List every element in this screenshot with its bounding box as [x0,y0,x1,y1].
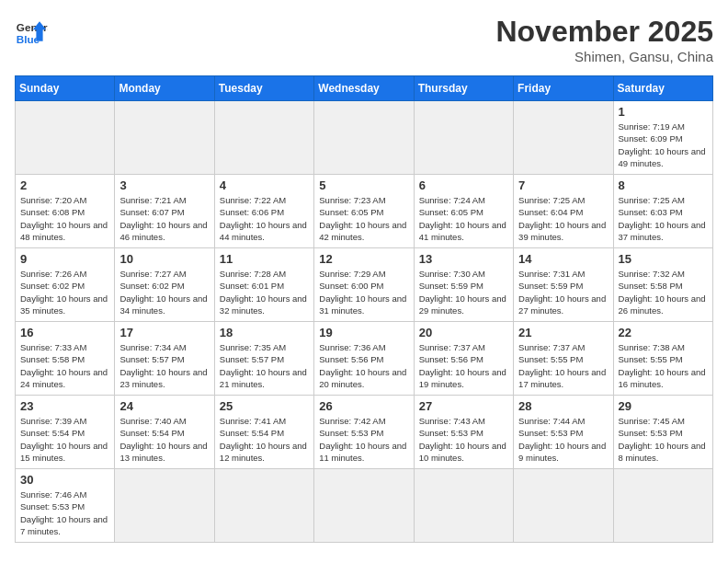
calendar-cell [214,101,313,175]
day-info: Sunrise: 7:46 AM Sunset: 5:53 PM Dayligh… [20,488,109,537]
calendar-cell: 29Sunrise: 7:45 AM Sunset: 5:53 PM Dayli… [613,396,712,469]
day-info: Sunrise: 7:39 AM Sunset: 5:54 PM Dayligh… [20,415,109,464]
day-number: 6 [419,178,508,192]
calendar-cell: 21Sunrise: 7:37 AM Sunset: 5:55 PM Dayli… [514,322,613,396]
day-info: Sunrise: 7:35 AM Sunset: 5:57 PM Dayligh… [220,341,309,390]
calendar-cell [514,101,613,175]
title-block: November 2025 Shimen, Gansu, China [495,15,713,64]
day-number: 22 [619,326,708,339]
day-info: Sunrise: 7:37 AM Sunset: 5:56 PM Dayligh… [419,341,508,390]
calendar-cell: 15Sunrise: 7:32 AM Sunset: 5:58 PM Dayli… [613,248,712,322]
day-info: Sunrise: 7:23 AM Sunset: 6:05 PM Dayligh… [319,194,408,243]
calendar-cell: 27Sunrise: 7:43 AM Sunset: 5:53 PM Dayli… [414,396,513,469]
day-info: Sunrise: 7:32 AM Sunset: 5:58 PM Dayligh… [619,268,708,316]
day-info: Sunrise: 7:42 AM Sunset: 5:53 PM Dayligh… [319,415,408,464]
calendar-cell: 16Sunrise: 7:33 AM Sunset: 5:58 PM Dayli… [16,322,115,396]
day-info: Sunrise: 7:22 AM Sunset: 6:06 PM Dayligh… [220,194,309,243]
day-number: 5 [319,178,408,192]
calendar-cell: 7Sunrise: 7:25 AM Sunset: 6:04 PM Daylig… [514,175,613,248]
calendar-week-1: 1Sunrise: 7:19 AM Sunset: 6:09 PM Daylig… [16,101,713,175]
day-number: 4 [220,178,309,192]
calendar-cell [16,101,115,175]
day-info: Sunrise: 7:25 AM Sunset: 6:04 PM Dayligh… [518,194,608,243]
calendar-week-6: 30Sunrise: 7:46 AM Sunset: 5:53 PM Dayli… [16,469,713,543]
day-info: Sunrise: 7:26 AM Sunset: 6:02 PM Dayligh… [20,268,109,316]
day-number: 2 [20,178,109,192]
day-number: 23 [20,399,109,413]
weekday-header-row: SundayMondayTuesdayWednesdayThursdayFrid… [16,76,713,101]
weekday-header-friday: Friday [514,76,613,101]
day-info: Sunrise: 7:33 AM Sunset: 5:58 PM Dayligh… [20,341,109,390]
day-number: 21 [518,326,608,339]
day-number: 18 [220,326,309,339]
calendar-cell: 14Sunrise: 7:31 AM Sunset: 5:59 PM Dayli… [514,248,613,322]
page-header: General Blue November 2025 Shimen, Gansu… [15,15,713,64]
day-number: 28 [518,399,608,413]
day-info: Sunrise: 7:25 AM Sunset: 6:03 PM Dayligh… [619,194,708,243]
day-number: 27 [419,399,508,413]
weekday-header-saturday: Saturday [613,76,712,101]
calendar-cell: 17Sunrise: 7:34 AM Sunset: 5:57 PM Dayli… [115,322,214,396]
day-number: 19 [319,326,408,339]
day-info: Sunrise: 7:36 AM Sunset: 5:56 PM Dayligh… [319,341,408,390]
calendar-cell: 4Sunrise: 7:22 AM Sunset: 6:06 PM Daylig… [214,175,313,248]
calendar-cell [115,469,214,543]
calendar-cell: 8Sunrise: 7:25 AM Sunset: 6:03 PM Daylig… [613,175,712,248]
day-info: Sunrise: 7:44 AM Sunset: 5:53 PM Dayligh… [518,415,608,464]
calendar-cell: 22Sunrise: 7:38 AM Sunset: 5:55 PM Dayli… [613,322,712,396]
day-info: Sunrise: 7:24 AM Sunset: 6:05 PM Dayligh… [419,194,508,243]
day-number: 1 [619,105,708,119]
day-number: 7 [518,178,608,192]
day-info: Sunrise: 7:34 AM Sunset: 5:57 PM Dayligh… [119,341,209,390]
day-number: 11 [220,252,309,266]
calendar-cell [514,469,613,543]
day-info: Sunrise: 7:27 AM Sunset: 6:02 PM Dayligh… [119,268,209,316]
calendar-cell [115,101,214,175]
day-info: Sunrise: 7:31 AM Sunset: 5:59 PM Dayligh… [518,268,608,316]
calendar-cell: 19Sunrise: 7:36 AM Sunset: 5:56 PM Dayli… [314,322,414,396]
calendar-cell: 28Sunrise: 7:44 AM Sunset: 5:53 PM Dayli… [514,396,613,469]
weekday-header-tuesday: Tuesday [214,76,313,101]
day-info: Sunrise: 7:21 AM Sunset: 6:07 PM Dayligh… [119,194,209,243]
day-number: 14 [518,252,608,266]
calendar-week-4: 16Sunrise: 7:33 AM Sunset: 5:58 PM Dayli… [16,322,713,396]
day-number: 30 [20,473,109,487]
day-info: Sunrise: 7:30 AM Sunset: 5:59 PM Dayligh… [419,268,508,316]
day-number: 13 [419,252,508,266]
day-number: 12 [319,252,408,266]
calendar-cell: 9Sunrise: 7:26 AM Sunset: 6:02 PM Daylig… [16,248,115,322]
day-info: Sunrise: 7:37 AM Sunset: 5:55 PM Dayligh… [518,341,608,390]
calendar-cell: 26Sunrise: 7:42 AM Sunset: 5:53 PM Dayli… [314,396,414,469]
calendar-cell: 23Sunrise: 7:39 AM Sunset: 5:54 PM Dayli… [16,396,115,469]
month-title: November 2025 [495,15,713,49]
day-number: 20 [419,326,508,339]
day-info: Sunrise: 7:38 AM Sunset: 5:55 PM Dayligh… [619,341,708,390]
day-number: 9 [20,252,109,266]
day-number: 15 [619,252,708,266]
calendar-cell: 12Sunrise: 7:29 AM Sunset: 6:00 PM Dayli… [314,248,414,322]
day-number: 17 [119,326,209,339]
day-info: Sunrise: 7:41 AM Sunset: 5:54 PM Dayligh… [220,415,309,464]
calendar-week-5: 23Sunrise: 7:39 AM Sunset: 5:54 PM Dayli… [16,396,713,469]
calendar-cell: 5Sunrise: 7:23 AM Sunset: 6:05 PM Daylig… [314,175,414,248]
calendar-cell: 10Sunrise: 7:27 AM Sunset: 6:02 PM Dayli… [115,248,214,322]
day-number: 3 [119,178,209,192]
calendar-cell: 18Sunrise: 7:35 AM Sunset: 5:57 PM Dayli… [214,322,313,396]
calendar-cell [613,469,712,543]
calendar-cell: 30Sunrise: 7:46 AM Sunset: 5:53 PM Dayli… [16,469,115,543]
location-subtitle: Shimen, Gansu, China [495,49,713,64]
day-number: 24 [119,399,209,413]
day-number: 25 [220,399,309,413]
day-number: 8 [619,178,708,192]
day-info: Sunrise: 7:19 AM Sunset: 6:09 PM Dayligh… [619,121,708,169]
weekday-header-wednesday: Wednesday [314,76,414,101]
calendar-cell: 13Sunrise: 7:30 AM Sunset: 5:59 PM Dayli… [414,248,513,322]
calendar-cell [414,469,513,543]
calendar-cell: 20Sunrise: 7:37 AM Sunset: 5:56 PM Dayli… [414,322,513,396]
calendar-cell: 1Sunrise: 7:19 AM Sunset: 6:09 PM Daylig… [613,101,712,175]
weekday-header-thursday: Thursday [414,76,513,101]
calendar-cell: 6Sunrise: 7:24 AM Sunset: 6:05 PM Daylig… [414,175,513,248]
logo: General Blue [15,15,48,48]
calendar-cell [414,101,513,175]
day-info: Sunrise: 7:28 AM Sunset: 6:01 PM Dayligh… [220,268,309,316]
